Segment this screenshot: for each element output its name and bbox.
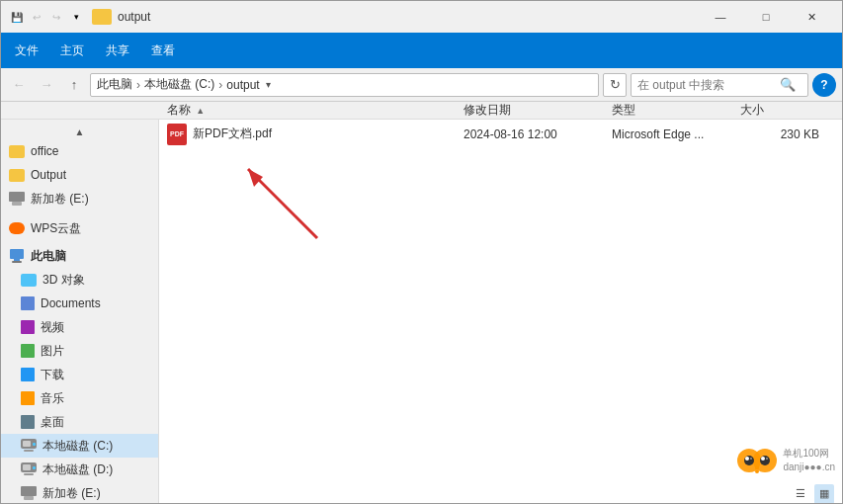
svg-point-19: [744, 456, 754, 465]
svg-rect-14: [24, 496, 34, 500]
title-bar-icons: 💾 ↩ ↪ ▾: [9, 9, 84, 25]
local-drive-c-icon: [21, 439, 37, 453]
address-dropdown-icon[interactable]: ▾: [266, 79, 271, 90]
sidebar-item-documents[interactable]: Documents: [1, 292, 158, 315]
svg-rect-0: [9, 192, 25, 202]
window-controls: — □ ✕: [698, 1, 834, 33]
sidebar-item-output[interactable]: Output: [1, 163, 158, 187]
ribbon-view-btn[interactable]: 查看: [141, 39, 185, 63]
file-row-pdf[interactable]: PDF 新PDF文档.pdf 2024-08-16 12:00 Microsof…: [159, 120, 842, 149]
folder-icon-office: [9, 145, 25, 158]
address-bar[interactable]: 此电脑 › 本地磁盘 (C:) › output ▾: [90, 73, 599, 97]
watermark-text: 单机100网 danji●●●.cn: [783, 447, 835, 474]
breadcrumb-pc: 此电脑: [97, 76, 132, 93]
watermark: 单机100网 danji●●●.cn: [735, 445, 835, 476]
forward-button[interactable]: →: [35, 73, 58, 97]
redo-icon[interactable]: ↪: [48, 9, 64, 25]
sidebar-item-wps[interactable]: WPS云盘: [1, 216, 158, 240]
svg-rect-10: [23, 464, 31, 470]
sidebar-item-3d[interactable]: 3D 对象: [1, 268, 158, 292]
search-bar[interactable]: 🔍: [631, 73, 808, 97]
svg-point-22: [761, 457, 765, 461]
sidebar-item-thispc[interactable]: 此电脑: [1, 244, 158, 268]
svg-rect-6: [23, 441, 31, 447]
svg-rect-12: [24, 473, 34, 475]
svg-rect-4: [12, 261, 22, 263]
svg-point-20: [760, 456, 770, 465]
search-icon: 🔍: [780, 77, 796, 92]
folder-icon-output: [9, 169, 25, 182]
title-bar: 💾 ↩ ↪ ▾ output — □ ✕: [1, 1, 842, 33]
col-header-size[interactable]: 大小: [732, 102, 811, 119]
minimize-button[interactable]: —: [698, 1, 743, 33]
col-header-date[interactable]: 修改日期: [456, 102, 604, 119]
column-headers: 名称 ▲ 修改日期 类型 大小: [1, 102, 842, 120]
folder-3d-icon: [21, 274, 37, 287]
svg-rect-13: [21, 486, 37, 496]
svg-rect-2: [10, 249, 24, 259]
col-header-name[interactable]: 名称 ▲: [159, 102, 456, 119]
sidebar-item-local-d[interactable]: 本地磁盘 (D:): [1, 458, 158, 481]
breadcrumb-c: 本地磁盘 (C:): [144, 76, 214, 93]
video-folder-icon: [21, 320, 35, 334]
back-button[interactable]: ←: [7, 73, 31, 97]
sidebar-item-desktop[interactable]: 桌面: [1, 410, 158, 434]
svg-point-23: [750, 458, 752, 460]
sidebar: ▲ office Output 新加卷 (E:) WPS云盘: [1, 120, 159, 504]
address-breadcrumb: 此电脑 › 本地磁盘 (C:) › output ▾: [97, 76, 271, 93]
sidebar-item-drive-e2[interactable]: 新加卷 (E:): [1, 481, 158, 504]
sidebar-item-downloads[interactable]: 下载: [1, 363, 158, 386]
sidebar-item-videos[interactable]: 视频: [1, 315, 158, 339]
sidebar-item-music[interactable]: 音乐: [1, 386, 158, 410]
doc-folder-icon: [21, 296, 35, 310]
pic-folder-icon: [21, 344, 35, 358]
sidebar-item-pictures[interactable]: 图片: [1, 339, 158, 363]
wps-cloud-icon: [9, 222, 25, 234]
ribbon: 文件 主页 共享 查看: [1, 33, 842, 68]
desktop-folder-icon: [21, 415, 35, 429]
search-input[interactable]: [637, 78, 776, 92]
svg-rect-3: [14, 259, 20, 261]
sep1: ›: [136, 78, 140, 92]
svg-point-21: [745, 457, 749, 461]
sidebar-item-office[interactable]: office: [1, 139, 158, 163]
up-button[interactable]: ↑: [62, 73, 86, 97]
dl-folder-icon: [21, 368, 35, 381]
help-button[interactable]: ?: [812, 73, 836, 97]
svg-rect-25: [755, 466, 759, 469]
file-date-cell: 2024-08-16 12:00: [464, 127, 612, 141]
music-folder-icon: [21, 391, 35, 405]
dropdown-icon[interactable]: ▾: [68, 9, 84, 25]
pdf-file-icon: PDF: [167, 124, 187, 145]
ribbon-share-btn[interactable]: 共享: [96, 39, 139, 63]
main-area: ▲ office Output 新加卷 (E:) WPS云盘: [1, 120, 842, 504]
pc-icon: [9, 249, 25, 263]
sidebar-item-drive-e[interactable]: 新加卷 (E:): [1, 187, 158, 210]
maximize-button[interactable]: □: [743, 1, 789, 33]
ribbon-file-btn[interactable]: 文件: [5, 39, 48, 63]
svg-rect-1: [12, 202, 22, 206]
sidebar-scroll-up[interactable]: ▲: [1, 124, 158, 139]
col-header-type[interactable]: 类型: [604, 102, 732, 119]
address-row: ← → ↑ 此电脑 › 本地磁盘 (C:) › output ▾ ↻ 🔍 ?: [1, 68, 842, 102]
ribbon-home-btn[interactable]: 主页: [50, 39, 94, 63]
undo-icon[interactable]: ↩: [29, 9, 44, 25]
close-button[interactable]: ✕: [789, 1, 834, 33]
breadcrumb-output: output: [226, 78, 259, 92]
local-drive-d-icon: [21, 462, 37, 476]
file-name-cell: PDF 新PDF文档.pdf: [167, 124, 464, 145]
svg-rect-7: [33, 443, 36, 446]
sort-arrow-name: ▲: [196, 106, 205, 116]
svg-rect-11: [33, 466, 36, 469]
folder-title-icon: [92, 9, 112, 25]
file-size-cell: 230 KB: [740, 127, 819, 141]
svg-point-24: [766, 458, 768, 460]
file-type-cell: Microsoft Edge ...: [612, 127, 740, 141]
watermark-logo: [735, 445, 779, 476]
window-title: output: [118, 10, 698, 24]
svg-rect-8: [24, 450, 34, 452]
svg-point-26: [755, 469, 759, 473]
refresh-button[interactable]: ↻: [603, 73, 627, 97]
sidebar-item-local-c[interactable]: 本地磁盘 (C:): [1, 434, 158, 458]
save-icon[interactable]: 💾: [9, 9, 25, 25]
